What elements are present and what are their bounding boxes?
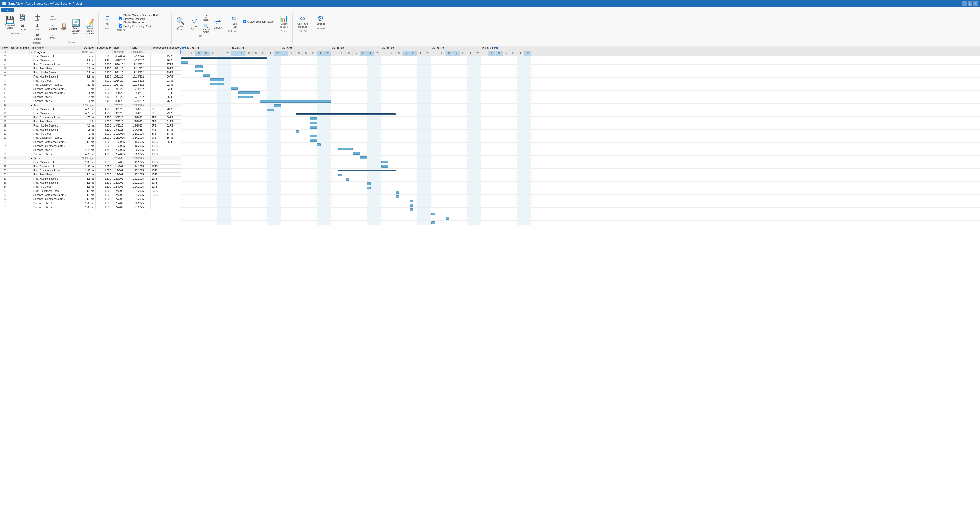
table-row[interactable]: 19 First: Huddle Space 1 4.5 hrs 4.500 1… <box>0 124 181 128</box>
gantt-bar[interactable] <box>381 165 388 168</box>
add-button[interactable]: ➕ Add <box>33 13 42 22</box>
outdent-button[interactable]: |← Outdent <box>47 22 59 31</box>
table-row[interactable]: 25 Second: Office 1 4.75 hrs 4.750 1/20/… <box>0 148 181 152</box>
mass-update-button[interactable]: 📝 MassUpdateUpdate <box>83 17 97 36</box>
gantt-bar[interactable] <box>260 100 331 103</box>
gantt-bar[interactable] <box>396 195 399 198</box>
table-row[interactable]: 10 Second: Conference Room 2 9 hrs 9.000… <box>0 87 181 91</box>
gantt-bar[interactable] <box>317 143 321 146</box>
print-button[interactable]: 🖨 Print <box>100 13 113 27</box>
table-row[interactable]: 26 Second: Office 2 4.75 hrs 4.750 1/20/… <box>0 152 181 156</box>
gantt-bar[interactable] <box>367 187 371 189</box>
gantt-bar[interactable] <box>274 104 281 107</box>
indent-button[interactable]: →| Indent <box>47 13 59 22</box>
table-row[interactable]: 38 Second: Office 1 1.85 hrs 1.850 1/28/… <box>0 201 181 205</box>
table-row[interactable]: 32 First: Huddle Space 1 1.6 hrs 1.600 1… <box>0 177 181 181</box>
gantt-bar[interactable] <box>239 96 253 98</box>
table-row[interactable]: 28 First: Classroom 1 1.85 hrs 1.850 1/1… <box>0 160 181 165</box>
table-row[interactable]: 23 Second: Conference Room 2 1.5 hrs 1.5… <box>0 140 181 144</box>
table-row[interactable]: 34 First: Fire Closet 1.6 hrs 1.600 1/24… <box>0 185 181 189</box>
table-row[interactable]: 4 First: Conference Room 3.4 hrs 3.400 1… <box>0 62 181 67</box>
export-excel-button[interactable]: 📊 Exportto Excel <box>277 13 291 29</box>
gantt-bar[interactable] <box>203 74 210 76</box>
copy-button[interactable]: 📋 Copy <box>59 22 68 31</box>
gantt-bar[interactable] <box>310 122 317 124</box>
table-row[interactable]: 27 ▼ Finish 11.23 days 1/13/202 1/28/202… <box>0 156 181 160</box>
move-button[interactable]: ↕ Move <box>47 32 59 40</box>
gantt-bar[interactable] <box>410 204 414 206</box>
maximize-button[interactable]: □ <box>968 1 972 6</box>
table-row[interactable]: 24 Second: Equipment Room 2 6 hrs 6.000 … <box>0 144 181 148</box>
auto-fit-button[interactable]: ⇔ Auto-Fit AllColumns <box>295 13 310 29</box>
gantt-bar[interactable] <box>339 170 396 171</box>
convert-button[interactable]: ⇌ Convert <box>212 17 224 30</box>
gantt-bar[interactable] <box>360 156 367 159</box>
edit-task-button[interactable]: ✏ EditTask <box>228 13 241 29</box>
gantt-bar[interactable] <box>353 152 360 155</box>
display-successors-checkbox[interactable] <box>119 17 122 21</box>
quick-filter-button[interactable]: 🔍 QuickFilter ▾ <box>174 16 187 32</box>
gantt-bar[interactable] <box>367 182 371 185</box>
display-resources-checkbox[interactable] <box>119 21 122 24</box>
table-row[interactable]: 9 First: Equipment Room 1 20 hrs 20.000 … <box>0 83 181 87</box>
table-row[interactable]: 12 Second: Office 1 3.4 hrs 3.400 12/31/… <box>0 95 181 99</box>
settings-button[interactable]: ⚙ Settings <box>314 13 327 27</box>
table-row[interactable]: 7 First: Huddle Space 2 8.1 hrs 8.100 12… <box>0 75 181 79</box>
cancel-button[interactable]: ✖ Cancel <box>18 23 27 32</box>
close-button[interactable]: ✕ <box>974 1 978 6</box>
show-filter-button[interactable]: ▽ ShowFilter ▾ <box>188 16 200 32</box>
gantt-bar[interactable] <box>445 217 449 220</box>
table-row[interactable]: 22 First: Equipment Room 1 13 hrs 13.000… <box>0 136 181 140</box>
table-row[interactable]: 37 Second: Equipment Room 2 1.6 hrs 1.60… <box>0 197 181 201</box>
table-row[interactable]: 11 Second: Equipment Room 2 11 hrs 11.00… <box>0 91 181 95</box>
gantt-bar[interactable] <box>296 130 299 133</box>
gantt-bar[interactable] <box>210 83 224 85</box>
table-row[interactable]: 39 Second: Office 2 1.85 hrs 1.850 1/27/… <box>0 205 181 209</box>
gantt-bar[interactable] <box>431 213 435 215</box>
gantt-bar[interactable] <box>381 161 388 163</box>
gantt-bar[interactable] <box>310 139 317 141</box>
gantt-bar[interactable] <box>310 117 317 120</box>
table-row[interactable]: 14 ▼ Trim 9.59 days 1/7/2025 1/28/2025 <box>0 103 181 107</box>
gantt-nav-left[interactable]: ◀ <box>182 47 186 49</box>
gantt-nav-right[interactable]: ▶ <box>494 47 498 49</box>
gantt-bar[interactable] <box>181 57 267 59</box>
delete-button[interactable]: ✖ Delete <box>33 32 42 41</box>
table-row[interactable]: 13 Second: Office 2 3.4 hrs 3.400 12/30/… <box>0 99 181 103</box>
table-row[interactable]: 29 First: Classroom 2 1.85 hrs 1.850 1/1… <box>0 165 181 168</box>
gantt-bar[interactable] <box>310 126 317 129</box>
save-button[interactable]: 💾 Save <box>18 13 27 22</box>
reset-button[interactable]: ↺ Reset <box>201 13 211 22</box>
table-row[interactable]: 36 Second: Conference Room 2 1.6 hrs 1.6… <box>0 193 181 197</box>
table-row[interactable]: 33 First: Huddle Space 2 1.6 hrs 1.600 1… <box>0 181 181 185</box>
create-summary-checkbox[interactable] <box>243 20 246 23</box>
table-row[interactable]: 16 First: Classroom 2 4.75 hrs 4.750 1/9… <box>0 111 181 116</box>
gantt-bar[interactable] <box>345 178 349 181</box>
gantt-bar[interactable] <box>431 221 435 224</box>
gantt-bar[interactable] <box>296 114 396 115</box>
gantt-bar[interactable] <box>410 208 414 211</box>
table-row[interactable]: 35 First: Equipment Room 1 1.6 hrs 1.600… <box>0 189 181 193</box>
gantt-bar[interactable] <box>210 78 224 81</box>
gantt-bar[interactable] <box>239 91 260 94</box>
table-row[interactable]: 1 ▼ Rough In 18.38 days 12/9/202 1/2/202… <box>0 50 181 54</box>
display-pct-checkbox[interactable] <box>119 24 122 27</box>
home-tab[interactable]: Home <box>1 8 14 12</box>
table-row[interactable]: 18 First: Front Entry 1 hr 1.000 1/7/202… <box>0 120 181 124</box>
table-row[interactable]: 8 First: Fire Closet 4 hrs 4.000 12/16/2… <box>0 79 181 83</box>
gantt-bar[interactable] <box>339 174 342 176</box>
gantt-bar[interactable] <box>196 70 203 72</box>
gantt-bar[interactable] <box>339 148 353 150</box>
gantt-bar[interactable] <box>181 61 188 63</box>
table-row[interactable]: 30 First: Conference Room 1.85 hrs 1.850… <box>0 168 181 173</box>
table-row[interactable]: 5 First: Front Entry 4.2 hrs 4.200 12/11… <box>0 67 181 71</box>
table-row[interactable]: 6 First: Huddle Space 1 8.1 hrs 8.100 12… <box>0 71 181 75</box>
gantt-bar[interactable] <box>310 135 317 137</box>
find-in-chart-button[interactable]: 🔍 Find inChart <box>201 23 211 34</box>
display-time-checkbox[interactable] <box>119 14 122 17</box>
gantt-bar[interactable] <box>396 191 399 194</box>
save-close-button[interactable]: 💾 Save andClose <box>3 14 17 31</box>
gantt-bar[interactable] <box>231 87 239 89</box>
table-row[interactable]: 21 First: Fire Closet 2 hrs 2.000 1/10/2… <box>0 132 181 136</box>
table-row[interactable]: 2 First: Classroom 1 6.2 hrs 6.200 12/9/… <box>0 54 181 59</box>
